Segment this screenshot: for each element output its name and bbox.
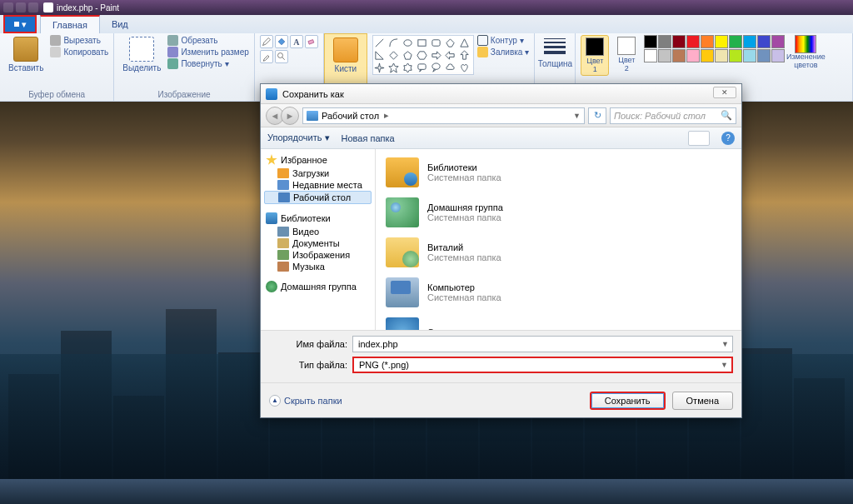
- hide-folders-button[interactable]: ▲Скрыть папки: [269, 395, 342, 407]
- color-swatch[interactable]: [757, 35, 771, 48]
- color2-button[interactable]: Цвет 2: [612, 35, 641, 74]
- shape-rtriangle-icon[interactable]: [374, 49, 386, 61]
- color-swatch[interactable]: [715, 35, 728, 48]
- color-swatch[interactable]: [686, 35, 700, 48]
- shape-star6-icon[interactable]: [402, 62, 414, 73]
- nav-video[interactable]: Видео: [264, 226, 372, 237]
- shape-hexagon-icon[interactable]: [417, 49, 428, 61]
- crop-button[interactable]: Обрезать: [167, 35, 248, 46]
- new-folder-button[interactable]: Новая папка: [342, 133, 395, 143]
- shape-line-icon[interactable]: [374, 37, 386, 48]
- shape-star4-icon[interactable]: [374, 62, 386, 73]
- organize-button[interactable]: Упорядочить ▾: [267, 132, 330, 143]
- select-button[interactable]: Выделить: [119, 35, 164, 74]
- shape-polygon-icon[interactable]: [445, 37, 456, 48]
- close-icon[interactable]: ✕: [713, 87, 736, 98]
- color1-button[interactable]: Цвет 1: [581, 35, 609, 76]
- resize-button[interactable]: Изменить размер: [167, 47, 248, 57]
- filename-input[interactable]: index.php▼: [352, 336, 733, 352]
- cut-button[interactable]: Вырезать: [50, 35, 108, 46]
- color-swatch[interactable]: [658, 49, 671, 62]
- favorites-header[interactable]: Избранное: [264, 152, 372, 167]
- cancel-button[interactable]: Отмена: [672, 392, 733, 410]
- color-swatch[interactable]: [644, 35, 657, 48]
- search-input[interactable]: Поиск: Рабочий стол 🔍: [610, 107, 736, 124]
- shape-cloud-icon[interactable]: [445, 62, 456, 73]
- color-swatch[interactable]: [729, 35, 742, 48]
- taskbar[interactable]: [0, 479, 853, 504]
- edit-colors-button[interactable]: Изменение цветов: [788, 35, 823, 70]
- list-item[interactable]: ВиталийСистемная папка: [382, 232, 735, 272]
- nav-images[interactable]: Изображения: [264, 249, 372, 261]
- color-swatch[interactable]: [672, 49, 686, 62]
- list-item[interactable]: Домашняя группаСистемная папка: [382, 192, 735, 232]
- nav-downloads[interactable]: Загрузки: [264, 167, 372, 179]
- nav-desktop[interactable]: Рабочий стол: [264, 191, 372, 204]
- color-swatch[interactable]: [729, 49, 742, 62]
- shape-roundrect-icon[interactable]: [431, 37, 442, 48]
- shape-arrow-u-icon[interactable]: [459, 49, 471, 61]
- fill-tool[interactable]: [275, 35, 288, 48]
- homegroup-header[interactable]: Домашняя группа: [264, 279, 372, 294]
- view-button[interactable]: [688, 131, 710, 146]
- color-swatch[interactable]: [701, 49, 714, 62]
- color-swatch[interactable]: [686, 49, 700, 62]
- copy-button[interactable]: Копировать: [50, 47, 108, 57]
- refresh-button[interactable]: ↻: [588, 107, 606, 124]
- libraries-header[interactable]: Библиотеки: [264, 211, 372, 226]
- address-bar[interactable]: Рабочий стол ▸ ▼: [302, 107, 585, 124]
- tab-view[interactable]: Вид: [100, 15, 140, 33]
- shape-callout-icon[interactable]: [417, 62, 428, 73]
- outline-button[interactable]: Контур ▾: [477, 35, 530, 46]
- shape-diamond-icon[interactable]: [388, 49, 400, 61]
- file-menu-button[interactable]: ▾: [3, 15, 37, 33]
- shape-arrow-l-icon[interactable]: [445, 49, 456, 61]
- thickness-button[interactable]: Толщина: [540, 35, 570, 68]
- color-swatch[interactable]: [658, 35, 671, 48]
- shapes-gallery[interactable]: [372, 35, 474, 75]
- list-item[interactable]: БиблиотекиСистемная папка: [382, 152, 735, 192]
- help-icon[interactable]: ?: [721, 132, 735, 145]
- brushes-button[interactable]: Кисти: [330, 36, 362, 75]
- color-swatch[interactable]: [701, 35, 714, 48]
- shape-pentagon-icon[interactable]: [402, 49, 414, 61]
- chevron-down-icon[interactable]: ▼: [721, 340, 729, 348]
- shape-curve-icon[interactable]: [388, 37, 400, 48]
- rotate-button[interactable]: Повернуть ▾: [167, 58, 248, 69]
- zoom-tool[interactable]: [275, 50, 288, 63]
- text-tool[interactable]: A: [290, 35, 303, 48]
- nav-documents[interactable]: Документы: [264, 237, 372, 249]
- forward-button[interactable]: ►: [281, 107, 299, 125]
- shape-heart-icon[interactable]: [459, 62, 471, 73]
- qat-redo-icon[interactable]: [28, 2, 38, 12]
- picker-tool[interactable]: [260, 50, 273, 63]
- tab-home[interactable]: Главная: [40, 15, 100, 33]
- color-swatch[interactable]: [743, 35, 756, 48]
- nav-music[interactable]: Музыка: [264, 261, 372, 272]
- color-swatch[interactable]: [757, 49, 771, 62]
- save-button[interactable]: Сохранить: [590, 392, 666, 410]
- qat-save-icon[interactable]: [3, 2, 13, 12]
- list-item[interactable]: КомпьютерСистемная папка: [382, 272, 735, 312]
- color-swatch[interactable]: [771, 35, 785, 48]
- color-swatch[interactable]: [672, 35, 686, 48]
- color-swatch[interactable]: [743, 49, 756, 62]
- pencil-tool[interactable]: [260, 35, 273, 48]
- shape-callout2-icon[interactable]: [431, 62, 442, 73]
- qat-undo-icon[interactable]: [16, 2, 26, 12]
- eraser-tool[interactable]: [305, 35, 318, 48]
- shape-arrow-r-icon[interactable]: [431, 49, 442, 61]
- chevron-down-icon[interactable]: ▼: [721, 361, 728, 369]
- filetype-select[interactable]: PNG (*.png)▼: [352, 357, 733, 373]
- color-swatch[interactable]: [715, 49, 728, 62]
- paste-button[interactable]: Вставить: [5, 35, 47, 74]
- fill-button[interactable]: Заливка ▾: [477, 47, 530, 57]
- shape-triangle-icon[interactable]: [459, 37, 471, 48]
- shape-rect-icon[interactable]: [417, 37, 428, 48]
- color-swatch[interactable]: [644, 49, 657, 62]
- list-item[interactable]: Сеть: [382, 312, 735, 330]
- shape-oval-icon[interactable]: [402, 37, 414, 48]
- nav-recent[interactable]: Недавние места: [264, 179, 372, 191]
- color-swatch[interactable]: [771, 49, 785, 62]
- shape-star5-icon[interactable]: [388, 62, 400, 73]
